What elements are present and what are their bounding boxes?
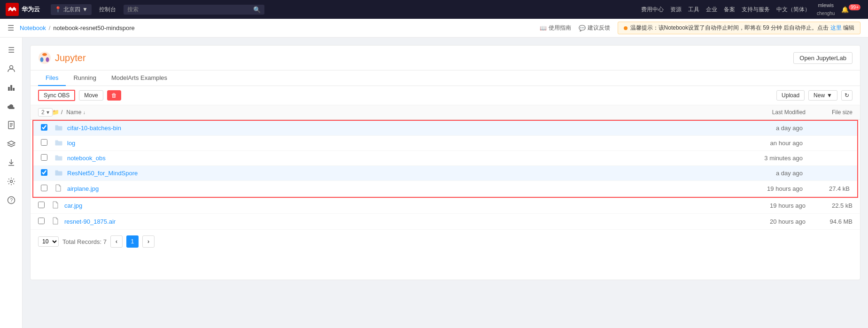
search-icon: 🔍 xyxy=(253,6,261,13)
nav-language[interactable]: 中文（简体） xyxy=(776,6,810,14)
file-name-1[interactable]: cifar-10-batches-bin xyxy=(67,125,732,132)
page-prev-button[interactable]: ‹ xyxy=(110,235,123,248)
name-col-header[interactable]: Name ↓ xyxy=(62,109,735,116)
jupyter-logo: Jupyter xyxy=(38,51,86,64)
file-modified-6: 19 hours ago xyxy=(735,202,806,209)
refresh-button[interactable]: ↻ xyxy=(841,90,852,101)
file-name-3[interactable]: notebook_obs xyxy=(67,155,732,162)
folder-path: 📁 / xyxy=(52,109,62,116)
top-navbar: 华为云 📍 北京四 ▼ 控制台 🔍 费用中心 资源 工具 企业 备案 支持与服务 xyxy=(0,0,868,19)
file-name-5[interactable]: airplane.jpg xyxy=(67,185,732,192)
size-col-header: File size xyxy=(806,109,852,116)
svg-point-15 xyxy=(40,57,44,62)
breadcrumb-current: notebook-resnet50-mindspore xyxy=(53,24,134,31)
sidebar-icon-menu[interactable]: ☰ xyxy=(3,41,20,58)
svg-point-9 xyxy=(10,180,12,183)
delete-button[interactable]: 🗑 xyxy=(107,90,121,101)
count-box[interactable]: 2 ▾ xyxy=(38,108,53,117)
breadcrumb: Notebook / notebook-resnet50-mindspore xyxy=(20,24,135,31)
file-modified-2: an hour ago xyxy=(732,140,803,147)
file-name-6[interactable]: car.jpg xyxy=(64,202,735,209)
row-checkbox-7[interactable] xyxy=(38,218,52,226)
row-checkbox-3[interactable] xyxy=(41,154,55,162)
modified-col-header: Last Modified xyxy=(735,109,806,116)
open-jupyterlab-button[interactable]: Open JupyterLab xyxy=(793,52,852,64)
sidebar-icon-settings[interactable] xyxy=(3,173,20,190)
brand-name: 华为云 xyxy=(22,5,40,14)
user-info[interactable]: mlewis chenghu xyxy=(817,2,835,16)
sidebar-icons: ☰ ? xyxy=(0,38,23,328)
guide-icon: 📖 xyxy=(540,25,547,31)
row-checkbox-4[interactable] xyxy=(41,169,55,177)
file-rows-highlight: cifar-10-batches-bin a day ago log xyxy=(32,120,858,198)
file-icon-6 xyxy=(52,201,62,210)
sidebar-icon-document[interactable] xyxy=(3,117,20,133)
file-size-5: 27.4 kB xyxy=(803,185,850,192)
file-size-6: 22.5 kB xyxy=(806,202,852,209)
table-row: cifar-10-batches-bin a day ago xyxy=(33,121,857,136)
row-checkbox-1[interactable] xyxy=(41,124,55,132)
nav-enterprise[interactable]: 企业 xyxy=(706,6,717,14)
file-name-2[interactable]: log xyxy=(67,140,732,147)
sidebar-icon-layers[interactable] xyxy=(3,135,20,152)
notification-area[interactable]: 🔔 99+ xyxy=(841,6,862,13)
feedback-icon: 💬 xyxy=(579,25,586,31)
search-bar[interactable]: 🔍 xyxy=(124,5,264,15)
svg-rect-1 xyxy=(8,87,10,91)
page-next-button[interactable]: › xyxy=(142,235,155,248)
svg-rect-3 xyxy=(13,88,15,91)
sidebar-icon-help[interactable]: ? xyxy=(3,192,20,209)
file-table-header: 2 ▾ 📁 / Name ↓ Last Modified File size xyxy=(31,105,860,120)
guide-link[interactable]: 📖 使用指南 xyxy=(540,24,571,32)
tab-files[interactable]: Files xyxy=(38,70,66,86)
svg-point-13 xyxy=(42,53,47,56)
warning-edit-link[interactable]: 这里 xyxy=(830,24,842,31)
name-sort-icon: ↓ xyxy=(83,110,85,115)
sidebar-icon-user[interactable] xyxy=(3,60,20,77)
folder-icon: 📁 xyxy=(52,109,59,116)
nav-filing[interactable]: 备案 xyxy=(724,6,735,14)
upload-button[interactable]: Upload xyxy=(776,90,805,101)
pin-icon: 📍 xyxy=(54,6,62,13)
per-page-select[interactable]: 10 xyxy=(38,236,59,247)
warning-text: 温馨提示：该Notebook设置了自动停止时间，即将在 59 分钟 后自动停止。… xyxy=(630,24,854,32)
nav-console[interactable]: 控制台 xyxy=(99,6,116,14)
hamburger-menu[interactable]: ☰ xyxy=(8,23,14,32)
sync-obs-button[interactable]: Sync OBS xyxy=(38,90,75,101)
new-button[interactable]: New ▼ xyxy=(808,90,837,101)
file-modified-5: 19 hours ago xyxy=(732,185,803,192)
move-button[interactable]: Move xyxy=(79,90,103,101)
jupyter-container: Jupyter Open JupyterLab Files Running Mo… xyxy=(30,45,860,280)
file-toolbar: Sync OBS Move 🗑 Upload New ▼ ↻ xyxy=(31,86,860,105)
tab-modelarts-examples[interactable]: ModelArts Examples xyxy=(104,70,175,86)
nav-right-group: 费用中心 资源 工具 企业 备案 支持与服务 中文（简体） mlewis che… xyxy=(641,2,862,16)
row-checkbox-6[interactable] xyxy=(38,202,52,210)
location-selector[interactable]: 📍 北京四 ▼ xyxy=(51,4,92,15)
sidebar-icon-download[interactable] xyxy=(3,154,20,171)
nav-tools[interactable]: 工具 xyxy=(688,6,699,14)
nav-fees[interactable]: 费用中心 xyxy=(641,6,664,14)
nav-support[interactable]: 支持与服务 xyxy=(742,6,770,14)
file-name-7[interactable]: resnet-90_1875.air xyxy=(64,218,735,225)
row-checkbox-5[interactable] xyxy=(41,185,55,193)
tab-running[interactable]: Running xyxy=(66,70,103,86)
main-layout: ☰ ? xyxy=(0,38,868,328)
jupyter-header: Jupyter Open JupyterLab xyxy=(31,46,860,70)
table-row: log an hour ago xyxy=(33,136,857,151)
sidebar-icon-chart[interactable] xyxy=(3,79,20,96)
search-input[interactable] xyxy=(127,6,253,13)
file-icon-5 xyxy=(55,184,64,193)
breadcrumb-notebook[interactable]: Notebook xyxy=(20,24,46,31)
total-records: Total Records: 7 xyxy=(62,238,107,245)
warning-banner: 温馨提示：该Notebook设置了自动停止时间，即将在 59 分钟 后自动停止。… xyxy=(618,22,860,34)
nav-resources[interactable]: 资源 xyxy=(670,6,682,14)
file-name-4[interactable]: ResNet50_for_MindSpore xyxy=(67,170,732,177)
folder-icon-1 xyxy=(55,124,64,132)
folder-icon-3 xyxy=(55,154,64,162)
svg-point-0 xyxy=(9,66,13,69)
second-nav-right: 📖 使用指南 💬 建议反馈 温馨提示：该Notebook设置了自动停止时间，即将… xyxy=(540,22,860,34)
bell-icon: 🔔 xyxy=(841,6,849,13)
sidebar-icon-cloud[interactable] xyxy=(3,98,20,115)
feedback-link[interactable]: 💬 建议反馈 xyxy=(579,24,610,32)
row-checkbox-2[interactable] xyxy=(41,139,55,147)
